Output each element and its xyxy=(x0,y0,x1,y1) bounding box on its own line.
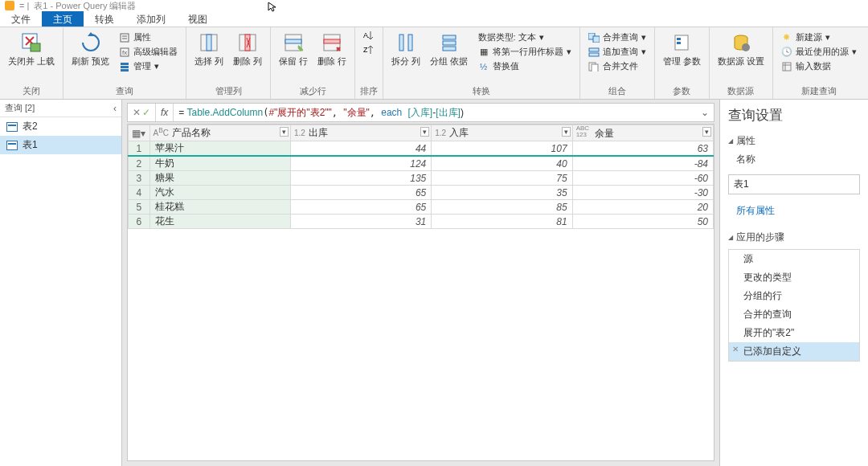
cell-out[interactable]: 65 xyxy=(290,186,431,200)
step-item[interactable]: 展开的"表2" xyxy=(729,324,859,342)
accept-formula-button[interactable]: ✓ xyxy=(142,107,150,118)
row-number[interactable]: 1 xyxy=(129,141,150,157)
append-queries-button[interactable]: 追加查询 ▾ xyxy=(585,45,649,59)
delete-step-icon[interactable]: ✕ xyxy=(732,345,739,354)
data-grid[interactable]: ▦▾ ABC产品名称▾ 1.2出库▾ 1.2入库▾ ABC123 余量▾ 1 苹… xyxy=(127,124,714,461)
query-item-table2[interactable]: 表2 xyxy=(0,117,121,136)
table-icon xyxy=(6,141,18,150)
cell-product[interactable]: 花生 xyxy=(149,215,290,229)
cell-remain[interactable]: 20 xyxy=(572,200,713,215)
table-corner[interactable]: ▦▾ xyxy=(129,125,150,141)
split-column-button[interactable]: 拆分 列 xyxy=(388,29,424,68)
cell-remain[interactable]: -84 xyxy=(572,156,713,171)
cell-in[interactable]: 40 xyxy=(432,156,572,171)
close-and-load-button[interactable]: 关闭并 上载 xyxy=(5,29,58,68)
formula-expand-button[interactable]: ⌄ xyxy=(696,107,714,118)
group-transform: 拆分 列 分组 依据 数据类型: 文本 ▾ ▦将第一行用作标题 ▾ ½替换值 转… xyxy=(383,27,579,99)
table-row[interactable]: 3 糖果 135 75 -60 xyxy=(129,171,714,186)
col-header-product[interactable]: ABC产品名称▾ xyxy=(149,125,290,141)
cell-in[interactable]: 81 xyxy=(432,215,572,229)
replace-values-button[interactable]: ½替换值 xyxy=(475,59,575,73)
sort-desc-button[interactable]: Z xyxy=(360,43,378,56)
col-header-out[interactable]: 1.2出库▾ xyxy=(290,125,431,141)
replace-icon: ½ xyxy=(478,61,489,72)
recent-sources-button[interactable]: 🕓最近使用的源 ▾ xyxy=(778,45,860,59)
data-type-button[interactable]: 数据类型: 文本 ▾ xyxy=(475,31,575,44)
row-number[interactable]: 6 xyxy=(129,215,150,229)
svg-rect-26 xyxy=(593,36,600,43)
sort-desc-icon: Z xyxy=(363,44,375,55)
cell-product[interactable]: 汽水 xyxy=(149,186,290,200)
filter-in-button[interactable]: ▾ xyxy=(562,127,571,137)
cell-in[interactable]: 35 xyxy=(432,186,572,200)
col-header-remain[interactable]: ABC123 余量▾ xyxy=(572,125,713,141)
tab-file[interactable]: 文件 xyxy=(0,11,42,27)
cell-in[interactable]: 107 xyxy=(432,141,572,157)
tab-view[interactable]: 视图 xyxy=(177,11,219,27)
all-properties-link[interactable]: 所有属性 xyxy=(728,202,868,219)
query-item-table1[interactable]: 表1 xyxy=(0,136,121,154)
group-by-button[interactable]: 分组 依据 xyxy=(427,29,471,68)
cell-out[interactable]: 31 xyxy=(290,215,431,229)
step-item[interactable]: ✕已添加自定义 xyxy=(729,342,859,361)
row-number[interactable]: 4 xyxy=(129,186,150,200)
combine-files-button[interactable]: 合并文件 xyxy=(585,59,649,73)
cell-product[interactable]: 糖果 xyxy=(149,171,290,186)
row-number[interactable]: 3 xyxy=(129,171,150,186)
keep-rows-button[interactable]: 保留 行 xyxy=(276,29,311,68)
tab-addcolumn[interactable]: 添加列 xyxy=(125,11,177,27)
section-properties[interactable]: 属性 xyxy=(728,134,868,148)
cell-out[interactable]: 124 xyxy=(290,156,431,171)
cell-product[interactable]: 桂花糕 xyxy=(149,200,290,215)
cancel-formula-button[interactable]: ✕ xyxy=(133,107,141,118)
cell-remain[interactable]: -60 xyxy=(572,171,713,186)
queries-collapse-button[interactable]: ‹ xyxy=(113,103,117,114)
tab-transform[interactable]: 转换 xyxy=(84,11,125,27)
table-row[interactable]: 4 汽水 65 35 -30 xyxy=(129,186,714,200)
cell-in[interactable]: 75 xyxy=(432,171,572,186)
step-item[interactable]: 更改的类型 xyxy=(729,268,859,287)
col-header-in[interactable]: 1.2入库▾ xyxy=(432,125,572,141)
step-item[interactable]: 合并的查询 xyxy=(729,305,859,324)
select-columns-button[interactable]: 选择 列 xyxy=(191,29,227,68)
new-source-button[interactable]: ✸新建源 ▾ xyxy=(778,31,860,44)
cell-out[interactable]: 135 xyxy=(290,171,431,186)
formula-input[interactable]: = Table.AddColumn(#"展开的"表2"", "余量", each… xyxy=(174,106,696,120)
delete-rows-button[interactable]: 删除 行 xyxy=(314,29,350,68)
query-name-input[interactable]: 表1 xyxy=(728,174,860,194)
step-item[interactable]: 分组的行 xyxy=(729,287,859,305)
cell-product[interactable]: 牛奶 xyxy=(149,156,290,171)
refresh-preview-button[interactable]: 刷新 预览 xyxy=(68,29,113,68)
tab-home[interactable]: 主页 xyxy=(42,11,84,27)
step-item[interactable]: 源 xyxy=(729,250,859,268)
delete-columns-button[interactable]: 删除 列 xyxy=(230,29,265,68)
props-icon xyxy=(119,32,130,43)
table-row[interactable]: 2 牛奶 124 40 -84 xyxy=(129,156,714,171)
table-row[interactable]: 6 花生 31 81 50 xyxy=(129,215,714,229)
row-number[interactable]: 5 xyxy=(129,200,150,215)
filter-out-button[interactable]: ▾ xyxy=(420,127,429,137)
section-steps[interactable]: 应用的步骤 xyxy=(728,231,868,244)
cell-remain[interactable]: -30 xyxy=(572,186,713,200)
cell-product[interactable]: 苹果汁 xyxy=(149,141,290,157)
table-row[interactable]: 5 桂花糕 65 85 20 xyxy=(129,200,714,215)
svg-point-35 xyxy=(742,43,750,51)
enter-data-button[interactable]: 输入数据 xyxy=(778,59,860,73)
sort-asc-button[interactable]: A xyxy=(360,29,378,42)
properties-button[interactable]: 属性 xyxy=(116,31,181,44)
merge-queries-button[interactable]: 合并查询 ▾ xyxy=(585,31,649,44)
cell-out[interactable]: 65 xyxy=(290,200,431,215)
datasource-settings-button[interactable]: 数据源 设置 xyxy=(714,29,768,68)
manage-params-button[interactable]: 管理 参数 xyxy=(660,29,704,68)
filter-remain-button[interactable]: ▾ xyxy=(702,127,711,137)
advanced-editor-button[interactable]: fx高级编辑器 xyxy=(116,45,181,59)
cell-out[interactable]: 44 xyxy=(290,141,431,157)
row-number[interactable]: 2 xyxy=(129,156,150,171)
filter-product-button[interactable]: ▾ xyxy=(280,127,289,137)
cell-remain[interactable]: 50 xyxy=(572,215,713,229)
cell-in[interactable]: 85 xyxy=(432,200,572,215)
table-row[interactable]: 1 苹果汁 44 107 63 xyxy=(129,141,714,157)
manage-button[interactable]: 管理 ▾ xyxy=(116,59,181,73)
first-row-header-button[interactable]: ▦将第一行用作标题 ▾ xyxy=(475,45,575,59)
cell-remain[interactable]: 63 xyxy=(572,141,713,157)
